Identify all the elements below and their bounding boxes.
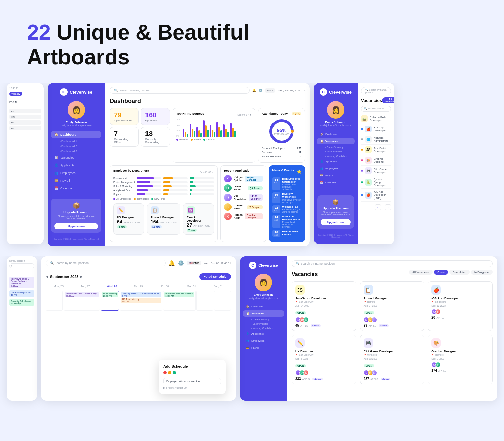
news-item-1: 14AUG High Employee SatisfactionAchieved… xyxy=(272,177,302,190)
upgrade-button[interactable]: Upgrade now xyxy=(54,223,98,229)
artboards-row-1: 12:45:11 Vacancy FOR ALL ent ent ent ant… xyxy=(0,83,504,256)
vac-open-employees[interactable]: 👥 Employees xyxy=(243,338,284,344)
next-icon[interactable]: › xyxy=(385,204,391,210)
nav-calendar[interactable]: 📅 Calendar xyxy=(51,185,101,192)
employees-icon: 👥 xyxy=(54,171,58,175)
cal-month: September 2023 xyxy=(50,275,78,279)
nav-dashboard-3[interactable]: • Dashboard 3 xyxy=(51,149,101,154)
tab-all[interactable]: All Vacancies xyxy=(409,270,433,275)
prev-icon[interactable]: ‹ xyxy=(375,204,381,210)
schedule-input[interactable] xyxy=(163,378,221,384)
vac-nav-employees[interactable]: 👥 Employees xyxy=(317,165,355,172)
vac-candidate[interactable]: • Vacancy Candidate xyxy=(317,154,355,158)
nav-dashboard-1[interactable]: • Dashboard 1 xyxy=(51,139,101,144)
vac-upgrade-btn[interactable]: Upgrade now xyxy=(321,219,351,225)
vac-nav-dashboard[interactable]: 🏠 Dashboard xyxy=(317,131,355,137)
cal-header: ◀ September 2023 ▶ + Add Schedule xyxy=(41,270,236,283)
nav-payroll[interactable]: 💳 Payroll xyxy=(51,177,101,184)
vac-logo-icon: C xyxy=(320,88,327,96)
cal-bell-icon[interactable]: 🔔 xyxy=(168,260,175,266)
all-vacancies-btn[interactable]: All Vacancies xyxy=(382,97,394,103)
vac-create[interactable]: • Create Vacancy xyxy=(317,145,355,149)
vac-emp-icon: 👥 xyxy=(320,167,323,170)
vac-nav-payroll[interactable]: 💳 Payroll xyxy=(317,172,355,179)
vac-grid: JS JavaScript Developer 📍 Salt Lake City… xyxy=(292,281,493,384)
stat-applicants: 160 Applicants xyxy=(141,108,170,125)
app-row-3: D Dell Considine UI/UX Designer xyxy=(224,194,263,201)
nav-vacancies[interactable]: 📋 Vacancies xyxy=(51,154,101,161)
search-placeholder: Search by name, position xyxy=(120,89,150,92)
pagination: ‹ 1 › xyxy=(361,204,391,210)
sidebar: C Cleverwise 👩 Emily Johnson emily.johns… xyxy=(48,83,105,246)
cal-day-fri30: Employee Wellness Webinar10:30 AM xyxy=(163,291,196,311)
vac-open-detail[interactable]: • Vacancy Detail xyxy=(243,322,284,326)
lang-badge[interactable]: ENG xyxy=(265,88,275,93)
app-row-1: K Kaitlyn Spinka Project Manager xyxy=(224,175,263,182)
vac-search[interactable]: 🔍 Search by name, position xyxy=(361,87,391,95)
cal-search[interactable]: 🔍 Search by name, position xyxy=(46,260,166,266)
nav-applicants[interactable]: 👤 Applicants xyxy=(51,162,101,169)
app-row-5: R Roman Kirlin Graphic Designer xyxy=(224,213,263,220)
nav-dashboard[interactable]: 🏠 Dashboard xyxy=(51,131,101,138)
donut-chart: 95% ATTENDANCE xyxy=(262,118,301,145)
sidebar-nav: 🏠 Dashboard • Dashboard 1 • Dashboard 2 … xyxy=(48,131,105,192)
hero-title: 22 Unique & Beautiful Artboards xyxy=(27,20,477,70)
tab-inprogress[interactable]: In Progress xyxy=(471,270,493,275)
hero-accent: 22 xyxy=(27,20,51,44)
vac-dash-icon: 🏠 xyxy=(320,133,323,136)
vac-open-create[interactable]: • Create Vacancy xyxy=(243,317,284,322)
vac-item-js: JS JavaScript Developer xyxy=(361,145,391,155)
cal-settings-icon[interactable]: ⚙️ xyxy=(178,260,184,266)
cal-day-mon25 xyxy=(46,291,63,311)
vac-open-dash[interactable]: 🏠 Dashboard xyxy=(243,303,284,310)
add-schedule-button[interactable]: + Add Schedule xyxy=(199,273,231,280)
tab-open[interactable]: Open xyxy=(434,270,448,275)
vac-position-search[interactable]: 🔍 Position Title % xyxy=(361,106,391,112)
job-cards: ✏️ UX Designer 64 APPLICATIONS 6 new 📋 P… xyxy=(113,203,214,235)
cal-day-thu29: Training Session on Time Management3 AM … xyxy=(120,291,162,311)
vac-open-nav-vac[interactable]: 📋 Vacancies xyxy=(243,310,284,317)
tab-completed[interactable]: Completed xyxy=(449,270,470,275)
vac-cpp: 🎮 C++ Game Developer 📍 Winnipeg Aug, 12 … xyxy=(360,335,425,384)
vac-ios: 🍎 iOS App Developer 📍 Singapore Sep, 12 … xyxy=(428,281,493,331)
vac-detail[interactable]: • Vacancy Detail xyxy=(317,149,355,154)
vac-avatar: 👩 xyxy=(327,101,344,119)
payroll-icon: 💳 xyxy=(54,179,58,182)
recent-app-title: Recent Application xyxy=(224,169,263,172)
vac-open-main: 🔍 Search by name, position Vacancies All… xyxy=(287,256,497,401)
attendance-stats: Reported Employees230 On Leave12 Not yet… xyxy=(262,147,301,158)
vac-open-candidate[interactable]: • Vacancy Candidate xyxy=(243,326,284,330)
cal-day-sat31 xyxy=(196,291,213,311)
topbar-icons: 🔔 ⚙️ ENG Wed, Sep 09, 12:45:11 xyxy=(252,88,305,93)
nav-employees[interactable]: 👥 Employees xyxy=(51,169,101,176)
vac-pay-icon: 💳 xyxy=(320,174,323,177)
vac-tabs: All Vacancies Open Completed In Progress xyxy=(409,270,493,275)
chart-legend: Referral Indeed LinkedIn xyxy=(176,138,252,141)
partial-left-strip: 12:45:11 Vacancy FOR ALL ent ent ent ant xyxy=(7,83,44,244)
vacancy-btn[interactable]: Vacancy xyxy=(9,92,22,96)
settings-icon[interactable]: ⚙️ xyxy=(259,89,262,92)
vac-open-applicants[interactable]: 👤 Applicants xyxy=(243,330,284,337)
job-pm: 📋 Project Manager 164 APPLICATIONS 12 ne… xyxy=(147,203,180,235)
vac-open-search[interactable]: 🔍 Search by name, position xyxy=(292,260,493,267)
stat-open-positions: 79 Open Positions xyxy=(110,108,139,125)
vac-nav-vacancies[interactable]: 📋 Vacancies xyxy=(317,138,355,144)
hero-section: 22 Unique & Beautiful Artboards xyxy=(0,0,504,83)
dept-pm: Project Management xyxy=(113,181,214,183)
vac-nav-applicants[interactable]: 👤 Applicants xyxy=(317,158,355,165)
page-num: 1 xyxy=(382,206,384,209)
sidebar-copyright: Copyright © 2023 By Vorkloce All Rights … xyxy=(54,236,99,241)
vac-open-payroll[interactable]: 💳 Payroll xyxy=(243,345,284,351)
cal-day-sun01 xyxy=(214,291,231,311)
stat-onboarding: 18 Currently Onboarding xyxy=(141,127,170,147)
applicants-icon: 👤 xyxy=(54,163,58,167)
user-name: Emily Johnson xyxy=(66,121,87,124)
bell-icon[interactable]: 🔔 xyxy=(252,89,256,92)
vac-nav-calendar[interactable]: 📅 Calendar xyxy=(317,179,355,186)
top-hiring-chart: Top Hiring Sources Sep 09, 07 ▼ 75% 50% … xyxy=(173,108,255,163)
vac-app-icon: 👤 xyxy=(320,160,323,163)
search-bar[interactable]: 🔍 Search by name, position xyxy=(110,87,250,94)
nav-dashboard-2[interactable]: • Dashboard 2 xyxy=(51,144,101,149)
bar-chart: 75% 50% 25% 0% xyxy=(176,119,252,137)
news-item-2: 16AUG Diversity WorkshopsInteractive div… xyxy=(272,192,302,203)
